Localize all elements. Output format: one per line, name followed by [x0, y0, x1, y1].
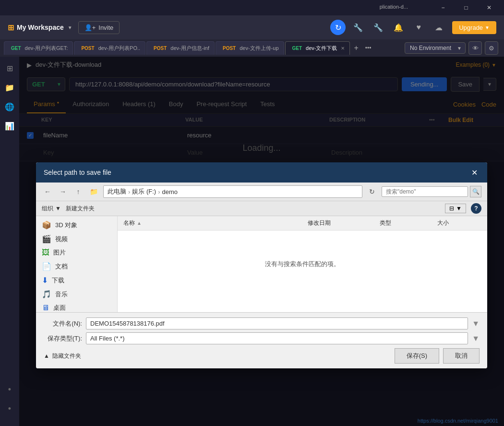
sidebar-downloads[interactable]: ⬇ 下载: [36, 273, 117, 287]
view-button[interactable]: ⊟ ▼: [445, 204, 466, 213]
nav-forward-button[interactable]: →: [57, 186, 69, 197]
sidebar-env-icon[interactable]: 🌐: [2, 99, 17, 114]
sidebar-pictures[interactable]: 🖼 图片: [36, 246, 117, 259]
search-button[interactable]: 🔍: [470, 186, 481, 197]
nav-icons: ↻ 🔧 🔧 🔔 ♥ ☁: [330, 20, 446, 35]
top-nav: ⊞ My Workspace ▼ 👤+ Invite ↻ 🔧 🔧 🔔 ♥ ☁ U…: [0, 15, 504, 39]
method-badge: POST: [79, 45, 96, 51]
sync-button[interactable]: ↻: [330, 20, 346, 35]
dialog-body: 📦 3D 对象 🎬 视频 🖼 图片 📄: [36, 216, 487, 312]
minimize-button[interactable]: −: [432, 0, 454, 15]
filetype-label: 保存类型(T):: [44, 334, 82, 343]
folder-icon-desktop: 🖥: [42, 304, 49, 312]
dialog-cancel-button[interactable]: 取消: [443, 348, 480, 364]
title-bar: plication-d... − □ ✕: [0, 0, 504, 15]
sidebar-music[interactable]: 🎵 音乐: [36, 287, 117, 301]
filetype-select[interactable]: All Files (*.*): [86, 332, 468, 344]
nav-refresh-button[interactable]: ↻: [366, 186, 378, 197]
sidebar-collections-icon[interactable]: 📁: [2, 80, 17, 95]
new-folder-button[interactable]: 新建文件夹: [66, 205, 95, 213]
method-badge: GET: [9, 45, 23, 51]
col-type-label: 类型: [380, 219, 391, 227]
sidebar-documents[interactable]: 📄 文档: [36, 259, 117, 273]
dialog-titlebar: Select path to save file ✕: [36, 162, 487, 183]
col-name[interactable]: 名称 ▲: [121, 218, 306, 228]
sidebar-3d[interactable]: 📦 3D 对象: [36, 218, 117, 232]
filetype-dropdown[interactable]: ▼: [472, 334, 480, 343]
tab-post-users[interactable]: POST dev-用户列表PO..: [74, 41, 145, 55]
method-badge: POST: [152, 45, 168, 51]
notification-button[interactable]: 🔔: [391, 20, 406, 35]
sort-arrow: ▲: [137, 220, 142, 226]
col-type[interactable]: 类型: [378, 218, 435, 228]
filename-field: 文件名(N): ▼: [44, 317, 480, 329]
col-size[interactable]: 大小: [435, 218, 483, 228]
tab-label: dev-用户信息-inf: [170, 45, 209, 52]
tab-post-upload[interactable]: POST dev-文件上传-up: [216, 41, 284, 55]
workspace-arrow: ▼: [68, 25, 72, 30]
sidebar-downloads-label: 下载: [52, 276, 64, 285]
search-input[interactable]: [382, 186, 468, 197]
filename-label: 文件名(N):: [44, 319, 82, 328]
filename-input[interactable]: [86, 317, 468, 329]
sidebar-video[interactable]: 🎬 视频: [36, 232, 117, 246]
main-layout: ⊞ 📁 🌐 📊 • • ▶ dev-文件下载-download Examples…: [0, 57, 504, 426]
sidebar-home-icon[interactable]: ⊞: [2, 61, 17, 76]
tab-post-info[interactable]: POST dev-用户信息-inf: [146, 41, 215, 55]
folder-icon-3d: 📦: [42, 220, 51, 230]
avatar-button[interactable]: ☁: [431, 20, 446, 35]
save-file-dialog: Select path to save file ✕ ← → ↑ 📁 此电脑 ›…: [36, 162, 487, 368]
dialog-save-button[interactable]: 保存(S): [395, 348, 439, 364]
close-button[interactable]: ✕: [478, 0, 500, 15]
empty-message: 没有与搜索条件匹配的项。: [118, 231, 487, 298]
sidebar-more-1-icon[interactable]: •: [2, 382, 17, 397]
heart-button[interactable]: ♥: [411, 20, 426, 35]
folder-icon-music: 🎵: [42, 290, 51, 299]
sidebar-monitor-icon[interactable]: 📊: [2, 118, 17, 134]
sidebar-more-2-icon[interactable]: •: [2, 401, 17, 416]
env-eye-button[interactable]: 👁: [468, 41, 482, 55]
sidebar: ⊞ 📁 🌐 📊 • •: [0, 57, 19, 426]
sidebar-music-label: 音乐: [55, 290, 68, 299]
breadcrumb-bar: 此电脑 › 娱乐 (F:) › demo: [103, 185, 362, 198]
col-size-label: 大小: [437, 219, 449, 227]
environment-select[interactable]: No Environment: [405, 42, 466, 54]
sidebar-3d-label: 3D 对象: [55, 221, 77, 230]
tab-add-button[interactable]: +: [351, 44, 361, 52]
dialog-footer: 文件名(N): ▼ 保存类型(T): All Files (*.*) ▼ ▲: [36, 312, 487, 368]
workspace-logo: ⊞ My Workspace ▼: [8, 23, 72, 32]
sidebar-desktop[interactable]: 🖥 桌面: [36, 301, 117, 312]
organize-button[interactable]: 组织 ▼: [42, 205, 61, 213]
method-badge: POST: [221, 45, 238, 51]
nav-up-button[interactable]: ↑: [72, 186, 84, 197]
view-icon: ⊟: [449, 205, 454, 212]
hide-folders-button[interactable]: ▲ 隐藏文件夹: [44, 352, 81, 360]
upgrade-button[interactable]: Upgrade ▼: [452, 21, 496, 34]
dialog-btn-group: 保存(S) 取消: [395, 348, 480, 364]
dialog-content: 名称 ▲ 修改日期 类型 大小: [118, 216, 487, 312]
tab-more-button[interactable]: •••: [362, 45, 374, 51]
hide-label: 隐藏文件夹: [52, 352, 81, 360]
tab-get-users[interactable]: GET dev-用户列表GET:: [4, 41, 73, 55]
nav-folder-button[interactable]: 📁: [88, 186, 99, 197]
env-settings-button[interactable]: ⚙: [485, 41, 498, 55]
app-name: plication-d...: [380, 0, 408, 10]
search-box: 🔍: [382, 186, 481, 197]
tab-close-icon[interactable]: ✕: [341, 46, 345, 51]
invite-icon: 👤+: [84, 24, 96, 31]
col-date[interactable]: 修改日期: [306, 218, 378, 228]
help-button[interactable]: ?: [471, 203, 481, 214]
tab-get-download[interactable]: GET dev-文件下载 ✕: [285, 41, 350, 55]
breadcrumb-drive: 娱乐 (F:): [132, 187, 156, 196]
maximize-button[interactable]: □: [455, 0, 477, 15]
nav-back-button[interactable]: ←: [42, 186, 53, 197]
team-icon: ⊞: [8, 23, 14, 32]
sidebar-desktop-label: 桌面: [53, 304, 66, 312]
wrench-button[interactable]: 🔧: [350, 20, 366, 35]
settings-button[interactable]: 🔧: [371, 20, 386, 35]
dialog-close-button[interactable]: ✕: [469, 167, 480, 178]
filename-dropdown[interactable]: ▼: [472, 319, 480, 328]
hide-arrow: ▲: [44, 353, 49, 359]
invite-button[interactable]: 👤+ Invite: [78, 21, 120, 34]
sidebar-pictures-label: 图片: [53, 248, 66, 257]
